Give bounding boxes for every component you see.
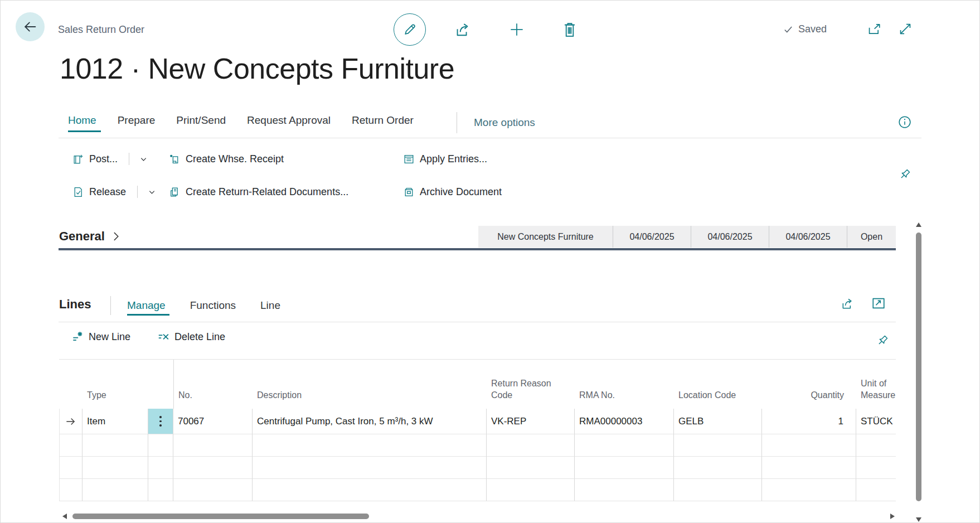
expand-icon	[898, 22, 913, 36]
scroll-down-arrow[interactable]	[916, 517, 921, 522]
archive-document-button[interactable]: Archive Document	[403, 186, 502, 198]
vertical-scrollbar-thumb[interactable]	[916, 233, 921, 501]
cell-unit-of-measure[interactable]: STÜCK	[856, 409, 896, 434]
header-description[interactable]: Description	[253, 360, 487, 409]
header-no[interactable]: No.	[173, 360, 253, 409]
cell-return-reason-code[interactable]: VK-REP	[487, 409, 575, 434]
archive-document-label: Archive Document	[420, 186, 502, 198]
summary-field-posting-date[interactable]: 04/06/2025	[691, 226, 769, 248]
horizontal-scrollbar-thumb[interactable]	[72, 514, 369, 519]
table-row: Item 70067 Centrifugal Pump, Cast Iron, …	[59, 409, 896, 434]
table-row-empty	[59, 479, 896, 501]
scroll-right-arrow[interactable]	[890, 514, 895, 519]
post-button[interactable]: Post...	[72, 153, 148, 165]
check-icon	[783, 25, 793, 35]
new-line-button[interactable]: New Line	[71, 331, 130, 343]
header-type[interactable]: Type	[83, 360, 148, 409]
general-summary-strip: New Concepts Furniture 04/06/2025 04/06/…	[478, 226, 896, 248]
header-return-reason-code[interactable]: Return Reason Code	[487, 360, 575, 409]
lines-tab-line[interactable]: Line	[260, 299, 280, 312]
active-row-indicator	[59, 409, 83, 434]
general-section-header[interactable]: General	[59, 229, 122, 244]
delete-line-button[interactable]: Delete Line	[157, 331, 225, 343]
ribbon-divider	[59, 138, 921, 138]
pin-ribbon-button[interactable]	[896, 166, 914, 183]
apply-entries-icon	[403, 153, 415, 165]
header-rma-no[interactable]: RMA No.	[575, 360, 674, 409]
share-icon	[454, 21, 472, 38]
general-section-label: General	[59, 229, 105, 244]
row-handle-button[interactable]	[148, 409, 173, 434]
save-status-label: Saved	[798, 23, 827, 35]
release-icon	[72, 186, 84, 198]
apply-entries-button[interactable]: Apply Entries...	[403, 153, 487, 165]
release-dropdown-chevron[interactable]	[148, 188, 156, 196]
summary-field-customer[interactable]: New Concepts Furniture	[478, 226, 613, 248]
whse-receipt-icon	[169, 153, 181, 165]
lines-section-header: Lines	[59, 297, 91, 312]
create-whse-receipt-button[interactable]: Create Whse. Receipt	[169, 153, 284, 165]
lines-open-in-window-button[interactable]	[870, 295, 887, 312]
cell-type[interactable]: Item	[83, 409, 148, 434]
summary-field-document-date[interactable]: 04/06/2025	[613, 226, 691, 248]
active-tab-underline	[68, 130, 101, 132]
tab-request-approval[interactable]: Request Approval	[247, 114, 331, 127]
lines-section-label: Lines	[59, 297, 91, 312]
lines-toolbar: New Line Delete Line	[71, 331, 225, 343]
cell-description[interactable]: Centrifugal Pump, Cast Iron, 5 m³/h, 3 k…	[253, 409, 487, 434]
scroll-up-arrow[interactable]	[916, 222, 921, 227]
cell-rma-no[interactable]: RMA00000003	[575, 409, 674, 434]
tab-separator	[457, 112, 457, 133]
table-row-empty	[59, 457, 896, 479]
back-button[interactable]	[16, 12, 45, 41]
open-in-new-window-button[interactable]	[866, 22, 882, 37]
create-return-related-documents-button[interactable]: Create Return-Related Documents...	[169, 186, 348, 198]
split-separator	[129, 153, 129, 165]
expand-button[interactable]	[897, 21, 914, 37]
lines-share-button[interactable]	[839, 295, 856, 312]
create-whse-receipt-label: Create Whse. Receipt	[186, 153, 284, 165]
tab-return-order[interactable]: Return Order	[352, 114, 414, 127]
delete-button[interactable]	[560, 20, 579, 40]
more-options-button[interactable]: More options	[474, 117, 535, 129]
summary-field-status[interactable]: Open	[847, 226, 896, 248]
apply-entries-label: Apply Entries...	[420, 153, 487, 165]
tab-home[interactable]: Home	[68, 114, 96, 127]
delete-line-icon	[157, 331, 169, 343]
page-type-caption: Sales Return Order	[58, 24, 144, 36]
info-button[interactable]	[897, 114, 913, 130]
plus-icon	[508, 21, 526, 38]
post-dropdown-chevron[interactable]	[139, 155, 148, 163]
lines-header-icons	[839, 295, 887, 312]
lines-tab-functions[interactable]: Functions	[190, 299, 236, 312]
share-button[interactable]	[453, 21, 472, 38]
scroll-left-arrow[interactable]	[62, 514, 67, 519]
cell-no[interactable]: 70067	[173, 409, 253, 434]
new-button[interactable]	[507, 20, 527, 40]
header-quantity[interactable]: Quantity	[762, 360, 856, 409]
lines-separator	[110, 296, 111, 315]
cell-location-code[interactable]: GELB	[674, 409, 762, 434]
new-line-icon	[71, 331, 84, 343]
ribbon-tab-bar: Home Prepare Print/Send Request Approval…	[68, 114, 435, 127]
post-label: Post...	[89, 153, 118, 165]
summary-field-order-date[interactable]: 04/06/2025	[769, 226, 847, 248]
edit-button[interactable]	[394, 13, 426, 46]
lines-tab-bar: Manage Functions Line	[127, 299, 305, 312]
info-icon	[898, 115, 911, 129]
ellipsis-vertical-icon	[159, 416, 162, 427]
header-location-code[interactable]: Location Code	[674, 360, 762, 409]
create-return-related-documents-label: Create Return-Related Documents...	[186, 186, 348, 198]
cell-quantity[interactable]: 1	[762, 409, 856, 434]
header-unit-of-measure[interactable]: Unit of Measure	[856, 360, 896, 409]
open-window-icon	[871, 297, 886, 310]
pin-lines-button[interactable]	[874, 332, 891, 350]
tab-prepare[interactable]: Prepare	[118, 114, 156, 127]
header-row-handle	[148, 360, 173, 409]
tab-print-send[interactable]: Print/Send	[176, 114, 226, 127]
return-documents-icon	[169, 186, 181, 198]
lines-tab-manage[interactable]: Manage	[127, 299, 166, 312]
release-button[interactable]: Release	[72, 186, 156, 198]
pin-icon	[898, 168, 911, 181]
pencil-icon	[402, 22, 417, 37]
